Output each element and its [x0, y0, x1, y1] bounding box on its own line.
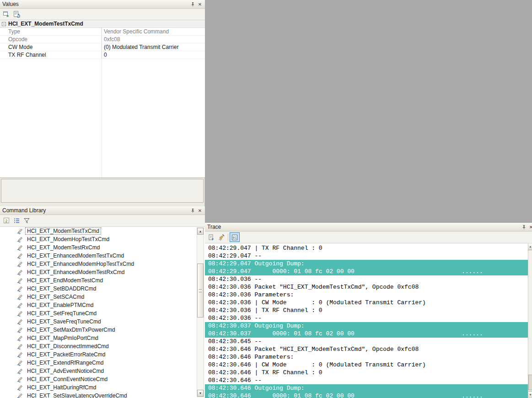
property-description-box	[1, 179, 204, 203]
command-icon	[16, 393, 23, 398]
scroll-up-icon[interactable]: ▲	[528, 243, 532, 250]
scroll-down-icon[interactable]: ▼	[528, 391, 532, 398]
property-row[interactable]: CW Mode(0) Modulated Transmit Carrier	[0, 43, 205, 51]
scroll-up-icon[interactable]: ▲	[197, 228, 204, 235]
command-list-item[interactable]: HCI_EXT_SetFreqTuneCmd	[0, 309, 205, 317]
property-row[interactable]: Opcode0xfc08	[0, 36, 205, 43]
trace-line[interactable]: 08:42:30.646 Outgoing Dump:	[205, 384, 532, 392]
command-list-item[interactable]: HCI_EXT_ModemHopTestTxCmd	[0, 235, 205, 243]
command-icon	[16, 327, 23, 333]
property-value[interactable]: (0) Modulated Transmit Carrier	[102, 43, 205, 51]
trace-line[interactable]: 08:42:30.646 | CW Mode : 0 (Modulated Tr…	[205, 361, 532, 369]
trace-line[interactable]: 08:42:30.036 Packet "HCI_EXT_ModemTestTx…	[205, 283, 532, 291]
command-icon	[16, 228, 23, 235]
command-list-item[interactable]: HCI_EXT_EnhancedModemTestTxCmd	[0, 252, 205, 260]
property-value[interactable]: 0xfc08	[102, 36, 205, 43]
trace-line[interactable]: 08:42:30.036 Parameters:	[205, 291, 532, 299]
values-toolbar	[0, 9, 205, 20]
command-list-item[interactable]: HCI_EXT_SetSCACmd	[0, 293, 205, 301]
trace-line[interactable]: 08:42:30.646 | TX RF Channel : 0	[205, 369, 532, 376]
property-label: Type	[0, 28, 102, 35]
property-row[interactable]: TypeVendor Specific Command	[0, 28, 205, 36]
command-library-pin-icon[interactable]	[189, 207, 196, 214]
command-list-item[interactable]: HCI_EXT_SetSlaveLatencyOverrideCmd	[0, 392, 205, 398]
property-row[interactable]: TX RF Channel0	[0, 51, 205, 59]
command-list-item[interactable]: HCI_EXT_ConnEventNoticeCmd	[0, 375, 205, 383]
trace-line[interactable]: 08:42:29.047 --	[205, 252, 532, 260]
trace-pin-icon[interactable]	[520, 224, 527, 231]
copy-trace-icon[interactable]	[206, 232, 216, 242]
trace-panel: Trace ✕	[205, 223, 532, 398]
command-list-item[interactable]: HCI_EXT_SetMaxDtmTxPowerCmd	[0, 326, 205, 334]
trace-line[interactable]: 08:42:30.646 --	[205, 376, 532, 384]
trace-titlebar: Trace ✕	[205, 223, 532, 231]
trace-line[interactable]: 08:42:30.645 --	[205, 338, 532, 345]
scrollbar-thumb[interactable]	[528, 375, 532, 390]
trace-line[interactable]: 08:42:30.036 --	[205, 314, 532, 322]
command-label: HCI_EXT_SetFreqTuneCmd	[25, 310, 98, 317]
reset-values-icon[interactable]	[11, 10, 21, 19]
command-list-scrollbar[interactable]: ▲ ▼	[197, 227, 204, 397]
command-library-toolbar: 2	[0, 215, 205, 227]
trace-line[interactable]: 08:42:30.037 0000: 01 08 fc 02 00 00 ...…	[205, 330, 532, 338]
command-label: HCI_EXT_EnhancedModemHopTestTxCmd	[25, 260, 136, 268]
command-list-item[interactable]: HCI_EXT_EnablePTMCmd	[0, 301, 205, 309]
clear-trace-icon[interactable]	[216, 232, 226, 242]
command-icon	[16, 310, 23, 317]
hex-dump-toggle-icon[interactable]: 01	[230, 232, 240, 242]
trace-line[interactable]: 08:42:29.047 Outgoing Dump:	[205, 260, 532, 268]
command-label: HCI_EXT_ConnEventNoticeCmd	[25, 376, 109, 383]
command-list-item[interactable]: HCI_EXT_MapPmIoPortCmd	[0, 334, 205, 342]
scrollbar-thumb[interactable]	[197, 264, 204, 317]
command-list-item[interactable]: HCI_EXT_DisconnectImmedCmd	[0, 342, 205, 350]
command-list-item[interactable]: HCI_EXT_HaltDuringRfCmd	[0, 383, 205, 392]
command-list-item[interactable]: HCI_EXT_ModemTestRxCmd	[0, 243, 205, 252]
trace-line[interactable]: 08:42:29.047 0000: 01 08 fc 02 00 00 ...…	[205, 268, 532, 275]
values-titlebar: Values ✕	[0, 0, 205, 9]
property-grid-header[interactable]: - HCI_EXT_ModemTestTxCmd	[0, 20, 205, 28]
trace-line[interactable]: 08:42:30.036 | CW Mode : 0 (Modulated Tr…	[205, 299, 532, 307]
command-icon	[16, 244, 23, 251]
command-list-item[interactable]: HCI_EXT_PacketErrorRateCmd	[0, 350, 205, 359]
property-label: Opcode	[0, 36, 102, 43]
trace-line[interactable]: 08:42:30.037 Outgoing Dump:	[205, 322, 532, 330]
command-icon	[16, 384, 23, 391]
toolbar-separator	[228, 234, 228, 241]
property-grid-title: HCI_EXT_ModemTestTxCmd	[8, 21, 83, 27]
trace-line[interactable]: 08:42:30.646 Parameters:	[205, 353, 532, 361]
command-list-item[interactable]: HCI_EXT_ExtendRfRangeCmd	[0, 359, 205, 367]
command-icon	[16, 302, 23, 309]
command-icon	[16, 360, 23, 366]
command-list-container: HCI_EXT_ModemTestTxCmd HCI_EXT_ModemHopT…	[0, 227, 205, 398]
command-list-item[interactable]: HCI_EXT_EndModemTestCmd	[0, 276, 205, 285]
command-list-item[interactable]: HCI_EXT_EnhancedModemHopTestTxCmd	[0, 260, 205, 268]
list-view-icon[interactable]	[11, 216, 21, 226]
trace-close-icon[interactable]: ✕	[527, 224, 532, 231]
command-label: HCI_EXT_DisconnectImmedCmd	[25, 343, 111, 350]
command-list-item[interactable]: HCI_EXT_AdvEventNoticeCmd	[0, 367, 205, 375]
svg-text:2: 2	[5, 219, 7, 223]
send-command-icon[interactable]	[1, 10, 11, 19]
trace-line[interactable]: 08:42:30.036 --	[205, 275, 532, 283]
trace-content[interactable]: 08:42:29.047 | TX RF Channel : 008:42:29…	[205, 243, 532, 398]
command-list-item[interactable]: HCI_EXT_EnhancedModemTestRxCmd	[0, 268, 205, 276]
sort-mode-icon[interactable]: 2	[1, 216, 11, 226]
collapse-icon[interactable]: -	[2, 22, 6, 26]
property-grid-rows: TypeVendor Specific CommandOpcode0xfc08C…	[0, 28, 205, 59]
trace-scrollbar[interactable]: ▲ ▼	[528, 243, 532, 398]
trace-line[interactable]: 08:42:29.047 | TX RF Channel : 0	[205, 244, 532, 252]
property-value[interactable]: 0	[102, 51, 205, 59]
property-value[interactable]: Vendor Specific Command	[102, 28, 205, 35]
trace-line[interactable]: 08:42:30.646 Packet "HCI_EXT_ModemTestTx…	[205, 345, 532, 353]
command-list-item[interactable]: HCI_EXT_ModemTestTxCmd	[0, 227, 205, 235]
trace-line[interactable]: 08:42:30.036 | TX RF Channel : 0	[205, 307, 532, 314]
command-icon	[16, 318, 23, 325]
command-list-item[interactable]: HCI_EXT_SetBDADDRCmd	[0, 285, 205, 293]
values-close-icon[interactable]: ✕	[196, 1, 204, 8]
values-pin-icon[interactable]	[189, 1, 196, 8]
command-list-item[interactable]: HCI_EXT_SaveFreqTuneCmd	[0, 317, 205, 326]
scroll-down-icon[interactable]: ▼	[197, 390, 204, 397]
command-library-close-icon[interactable]: ✕	[196, 207, 204, 214]
trace-line[interactable]: 08:42:30.646 0000: 01 08 fc 02 00 00 ...…	[205, 392, 532, 398]
filter-icon[interactable]	[21, 216, 32, 226]
